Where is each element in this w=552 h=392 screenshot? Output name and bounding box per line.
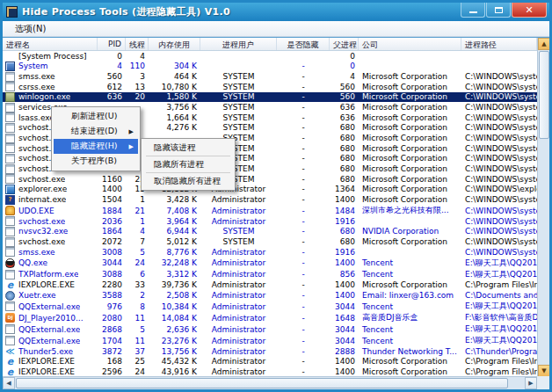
process-parent: 680 bbox=[330, 175, 359, 184]
process-path: E:\聊天工具\QQ2012\ bbox=[461, 335, 537, 346]
process-hidden: - bbox=[277, 123, 330, 132]
process-threads: 1 bbox=[126, 195, 149, 204]
process-path: C:\Documents and Se bbox=[461, 291, 537, 300]
process-threads: 4 bbox=[126, 227, 149, 236]
process-parent: 4 bbox=[330, 72, 359, 81]
submenu-item-hide-this-process[interactable]: 隐藏该进程 bbox=[143, 141, 233, 155]
process-pid: 4 bbox=[98, 62, 126, 70]
table-row[interactable]: DJ_Player2010... 2080 11 14,084 K Admini… bbox=[3, 312, 537, 323]
process-pid: 1884 bbox=[98, 207, 126, 215]
process-memory: 5,012 K bbox=[149, 237, 200, 246]
table-row[interactable]: smss.exe 560 3 464 K SYSTEM - 4 Microsof… bbox=[3, 71, 537, 82]
process-hidden: - bbox=[277, 134, 330, 142]
table-row[interactable]: winlogon.exe 636 20 1,580 K SYSTEM - 560… bbox=[3, 92, 537, 103]
menu-options[interactable]: 选项(N) bbox=[8, 22, 53, 36]
col-header-name[interactable]: 进程名 bbox=[3, 38, 98, 50]
process-hidden: - bbox=[277, 154, 330, 163]
process-name: TXPlatform.exe bbox=[18, 270, 78, 279]
process-company: Microsoft Corporation bbox=[359, 237, 461, 246]
table-row[interactable]: QQExternal.exe 2868 5 2,636 K Administra… bbox=[3, 323, 537, 335]
process-company: Microsoft Corporation bbox=[359, 367, 461, 376]
minimize-button[interactable] bbox=[461, 3, 485, 18]
menu-item-kill-process[interactable]: 结束进程(D) ▶ bbox=[54, 124, 138, 139]
table-row[interactable]: IEXPLORE.EXE 168 25 45,432 K Administrat… bbox=[3, 357, 537, 367]
col-header-memory[interactable]: 内存使用 bbox=[149, 38, 200, 50]
process-company: Microsoft Corporation bbox=[359, 144, 461, 153]
process-name: QQExternal.exe bbox=[18, 337, 80, 345]
vertical-scroll-thumb[interactable] bbox=[539, 51, 549, 139]
table-row[interactable]: TXPlatform.exe 3088 6 3,312 K Administra… bbox=[3, 269, 537, 280]
table-row[interactable]: svchost.exe 2036 1 3,964 K Administrator… bbox=[3, 216, 537, 227]
app-window-icon bbox=[5, 216, 15, 226]
close-button[interactable]: ✕ bbox=[512, 3, 547, 18]
scroll-right-icon[interactable]: ▶ bbox=[525, 377, 537, 389]
process-name: QQExternal.exe bbox=[18, 302, 80, 311]
ie-icon bbox=[5, 280, 15, 290]
process-company: Microsoft Corporation bbox=[359, 185, 461, 193]
maximize-button[interactable] bbox=[486, 3, 511, 18]
table-row[interactable]: [System Process] 0 4 0 bbox=[3, 51, 537, 62]
table-row[interactable]: explorer.exe 1400 15 12,112 K Administra… bbox=[3, 185, 537, 195]
col-header-pid[interactable]: PID bbox=[98, 38, 126, 50]
table-row[interactable]: svchost.exe 1160 25 SYSTEM - 680 Microso… bbox=[3, 174, 537, 185]
menu-item-hide-process[interactable]: 隐藏进程(H) ▶ bbox=[54, 139, 138, 154]
table-row[interactable]: QQExternal.exe 976 8 10,384 K Administra… bbox=[3, 301, 537, 312]
menu-separator bbox=[146, 172, 230, 173]
process-parent: 2888 bbox=[330, 347, 359, 356]
process-name: smss.exe bbox=[18, 72, 55, 81]
scroll-down-icon[interactable]: ▼ bbox=[538, 365, 550, 377]
scroll-up-icon[interactable]: ▲ bbox=[538, 38, 550, 50]
process-parent: 680 bbox=[330, 164, 359, 173]
menu-item-refresh-process[interactable]: 刷新进程(U) bbox=[54, 109, 138, 124]
process-path: C:\WINDOWS\system32\ bbox=[461, 175, 537, 184]
process-memory: 3,964 K bbox=[149, 217, 200, 226]
close-icon: ✕ bbox=[525, 4, 533, 16]
table-row[interactable]: internat.exe 1504 1 3,428 K Administrato… bbox=[3, 194, 537, 205]
table-row[interactable]: UDO.EXE 1884 21 7,408 K Administrator - … bbox=[3, 205, 537, 216]
col-header-path[interactable]: 进程路径 bbox=[461, 38, 537, 50]
table-row[interactable]: svchost.exe 2072 7 5,012 K SYSTEM - 680 … bbox=[3, 236, 537, 247]
table-row[interactable]: csrss.exe 612 13 10,780 K SYSTEM - 560 M… bbox=[3, 82, 537, 92]
titlebar[interactable]: Hide Process Tools (进程隐藏工具) V1.0 ✕ bbox=[3, 3, 549, 21]
horizontal-scroll-thumb[interactable] bbox=[16, 378, 508, 388]
process-user: Administrator bbox=[200, 347, 277, 356]
col-header-threads[interactable]: 线程 bbox=[126, 38, 149, 50]
col-header-user[interactable]: 进程用户 bbox=[200, 38, 277, 50]
crown-icon bbox=[5, 206, 15, 215]
vertical-scrollbar[interactable]: ▲ ▼ bbox=[537, 38, 549, 377]
table-row[interactable]: QQExternal.exe 1704 11 23,276 K Administ… bbox=[3, 335, 537, 346]
col-header-hidden[interactable]: 是否隐藏 bbox=[277, 38, 330, 50]
process-path: C:\WINDOWS\system32\ bbox=[461, 83, 537, 91]
process-threads: 110 bbox=[126, 62, 149, 70]
table-row[interactable]: IEXPLORE.EXE 2280 33 39,736 K Administra… bbox=[3, 280, 537, 291]
process-hidden: - bbox=[277, 367, 330, 376]
submenu-item-unhide-all-processes[interactable]: 取消隐藏所有进程 bbox=[143, 174, 233, 188]
menu-item-about[interactable]: 关于程序(B) bbox=[54, 154, 138, 169]
process-user: Administrator bbox=[200, 248, 277, 257]
process-rows: [System Process] 0 4 0 System 4 110 304 … bbox=[3, 51, 537, 377]
process-memory: 464 K bbox=[149, 72, 200, 81]
process-name: Xuetr.exe bbox=[18, 291, 56, 300]
table-row[interactable]: QQ.exe 3044 24 32,248 K Administrator - … bbox=[3, 258, 537, 269]
process-parent: 680 bbox=[330, 237, 359, 246]
process-company: Tencent bbox=[359, 325, 461, 334]
process-parent: 3044 bbox=[330, 337, 359, 345]
col-header-company[interactable]: 公司 bbox=[359, 38, 461, 50]
process-threads: 21 bbox=[126, 207, 149, 215]
scroll-left-icon[interactable]: ◀ bbox=[3, 377, 15, 389]
table-row[interactable]: System 4 110 304 K - 0 bbox=[3, 62, 537, 72]
table-row[interactable]: Xuetr.exe 3588 2 2,508 K Administrator -… bbox=[3, 290, 537, 301]
process-hidden: - bbox=[277, 185, 330, 193]
table-row[interactable]: smss.exe 3008 5 8,776 K Administrator - … bbox=[3, 247, 537, 258]
process-parent: 560 bbox=[330, 92, 359, 101]
table-row[interactable]: Thunder5.exe 3872 37 13,756 K Administra… bbox=[3, 346, 537, 357]
process-parent: 636 bbox=[330, 103, 359, 112]
process-threads: 24 bbox=[126, 367, 149, 376]
col-header-parent[interactable]: 父进程 bbox=[330, 38, 359, 50]
horizontal-scrollbar[interactable]: ◀ ▶ bbox=[3, 376, 537, 389]
submenu-arrow-icon: ▶ bbox=[129, 128, 134, 135]
submenu-item-hide-all-processes[interactable]: 隐藏所有进程 bbox=[143, 157, 233, 171]
process-memory: 3,312 K bbox=[149, 270, 200, 279]
process-memory: 43,916 K bbox=[149, 367, 200, 376]
table-row[interactable]: nvsvc32.exe 1864 4 6,944 K SYSTEM - 680 … bbox=[3, 227, 537, 237]
